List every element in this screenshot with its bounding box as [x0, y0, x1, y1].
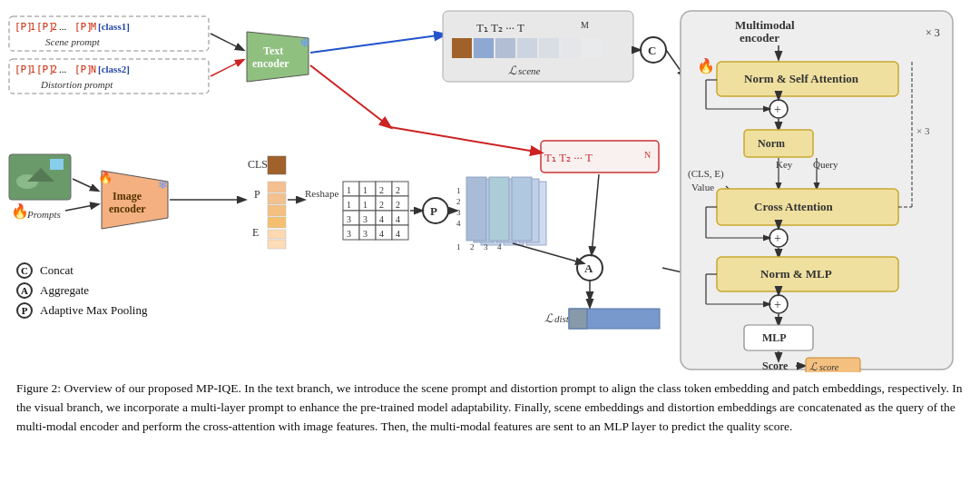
svg-text:4: 4	[379, 229, 384, 239]
svg-text:Text: Text	[263, 44, 283, 57]
svg-text:N: N	[644, 150, 651, 160]
svg-rect-87	[359, 211, 376, 225]
legend-aggregate: A Aggregate	[16, 282, 147, 299]
svg-text:4: 4	[379, 214, 384, 224]
svg-text:2: 2	[396, 185, 400, 195]
svg-rect-36	[561, 38, 581, 58]
svg-text:encoder: encoder	[740, 31, 779, 44]
svg-text:4: 4	[396, 229, 400, 239]
svg-text:Prompts: Prompts	[26, 209, 61, 220]
legend-pooling-symbol: P	[16, 302, 33, 319]
svg-rect-106	[466, 177, 486, 241]
svg-text:2: 2	[52, 64, 57, 74]
legend-concat: C Concat	[16, 262, 147, 279]
svg-text:3: 3	[347, 229, 351, 239]
legend-concat-label: Concat	[40, 263, 74, 278]
svg-text:4: 4	[497, 242, 502, 251]
svg-text:1: 1	[347, 185, 351, 195]
svg-text:encoder: encoder	[109, 202, 146, 215]
svg-rect-79	[359, 196, 376, 211]
svg-line-128	[513, 243, 583, 263]
svg-text:...: ...	[59, 21, 67, 32]
svg-text:C: C	[648, 44, 656, 57]
svg-rect-62	[268, 193, 286, 204]
svg-rect-31	[452, 38, 472, 58]
svg-text:[P]: [P]	[74, 64, 93, 75]
svg-text:T₁  T₂  ···  T: T₁ T₂ ··· T	[476, 21, 524, 35]
svg-rect-64	[268, 217, 286, 228]
svg-text:🔥: 🔥	[11, 202, 29, 220]
legend: C Concat A Aggregate P Adaptive Max Pool…	[16, 262, 147, 322]
svg-rect-134	[569, 309, 587, 329]
svg-text:1: 1	[363, 200, 368, 210]
svg-text:T₁  T₂  ···  T: T₁ T₂ ··· T	[544, 151, 593, 164]
svg-text:× 3: × 3	[926, 26, 940, 39]
svg-text:1: 1	[30, 22, 35, 32]
svg-line-49	[73, 179, 98, 191]
svg-text:3: 3	[363, 214, 368, 224]
svg-line-26	[310, 35, 445, 53]
svg-text:A: A	[584, 261, 593, 275]
legend-pooling: P Adaptive Max Pooling	[16, 302, 147, 319]
svg-text:4: 4	[456, 219, 461, 228]
svg-rect-71	[359, 182, 376, 196]
caption-text: Figure 2: Overview of our proposed MP-IQ…	[16, 381, 963, 433]
svg-text:M: M	[91, 22, 96, 32]
svg-line-20	[211, 34, 243, 50]
svg-text:[class1]: [class1]	[98, 21, 130, 32]
svg-text:2: 2	[470, 242, 475, 251]
svg-line-125	[390, 127, 541, 153]
svg-rect-69	[343, 182, 359, 196]
svg-text:dist: dist	[554, 313, 570, 324]
svg-text:MLP: MLP	[762, 331, 787, 344]
svg-text:❄: ❄	[299, 36, 310, 50]
svg-text:E: E	[252, 226, 259, 239]
legend-aggregate-label: Aggregate	[40, 283, 89, 298]
svg-rect-60	[268, 156, 286, 174]
svg-text:1: 1	[347, 200, 351, 210]
svg-text:N: N	[91, 64, 96, 74]
svg-text:Norm & Self Attention: Norm & Self Attention	[744, 72, 859, 85]
svg-text:1: 1	[456, 186, 461, 195]
svg-text:Cross Attention: Cross Attention	[754, 200, 834, 213]
svg-text:3: 3	[484, 242, 488, 251]
svg-text:2: 2	[379, 200, 384, 210]
svg-line-21	[211, 60, 243, 76]
svg-rect-81	[376, 196, 392, 211]
svg-rect-61	[268, 182, 286, 192]
svg-rect-95	[359, 225, 376, 240]
svg-text:4: 4	[396, 214, 400, 224]
svg-text:2: 2	[396, 200, 400, 210]
svg-text:Reshape: Reshape	[305, 188, 338, 199]
svg-text:2: 2	[379, 185, 384, 195]
svg-rect-83	[392, 196, 408, 211]
svg-text:× 3: × 3	[916, 125, 930, 136]
svg-line-129	[592, 174, 599, 254]
svg-text:+: +	[774, 298, 781, 311]
svg-text:ℒ: ℒ	[508, 64, 517, 77]
svg-text:CLS: CLS	[248, 158, 268, 171]
svg-text:M: M	[581, 20, 589, 30]
svg-text:🔥: 🔥	[697, 57, 715, 74]
svg-text:Image: Image	[113, 190, 142, 202]
svg-text:Multimodal: Multimodal	[735, 18, 795, 32]
svg-text:2: 2	[52, 22, 57, 32]
svg-text:ℒ: ℒ	[544, 311, 554, 325]
svg-text:[P]: [P]	[74, 21, 93, 33]
svg-rect-85	[343, 211, 359, 225]
svg-text:Scene prompt: Scene prompt	[45, 36, 101, 47]
svg-text:1: 1	[30, 64, 35, 74]
svg-text:+: +	[774, 103, 781, 116]
svg-rect-99	[392, 225, 408, 240]
svg-rect-73	[376, 182, 392, 196]
svg-rect-97	[376, 225, 392, 240]
svg-text:scene: scene	[518, 65, 541, 76]
svg-rect-34	[517, 38, 537, 58]
svg-text:3: 3	[456, 208, 461, 217]
svg-text:encoder: encoder	[252, 57, 289, 70]
legend-pooling-label: Adaptive Max Pooling	[40, 303, 147, 318]
svg-rect-89	[376, 211, 392, 225]
svg-rect-35	[539, 38, 559, 58]
legend-concat-symbol: C	[16, 262, 33, 279]
svg-rect-46	[50, 159, 64, 170]
